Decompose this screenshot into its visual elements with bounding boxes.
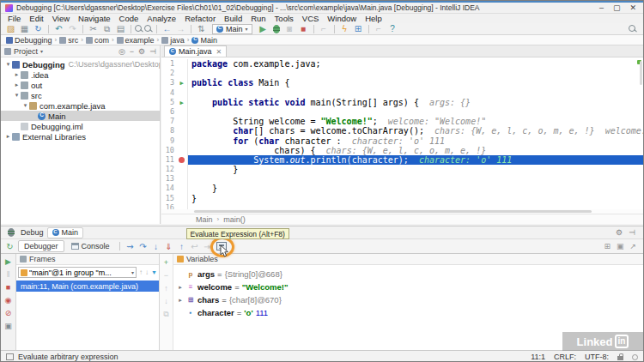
show-execution-point-icon[interactable]: ⇝ <box>125 241 137 252</box>
breadcrumb-class[interactable]: Main <box>196 215 213 224</box>
breadcrumb-src[interactable]: src <box>59 36 78 45</box>
breadcrumb-debugging[interactable]: Debugging <box>6 36 52 45</box>
tree-chevron-icon[interactable]: ▸ <box>13 71 21 78</box>
project-structure-icon[interactable]: ⊞ <box>352 23 365 34</box>
sync-icon[interactable]: ↻ <box>32 23 45 34</box>
tree-item-out[interactable]: ▸out <box>1 80 160 90</box>
sort-lines-icon[interactable]: ⇅ <box>195 23 208 34</box>
code-line-1[interactable]: 1package com.example.java; <box>161 59 643 69</box>
search-everywhere-icon[interactable] <box>629 25 637 33</box>
code-line-9[interactable]: 9 for (char character : character: 'o' 1… <box>161 136 643 146</box>
tree-chevron-icon[interactable]: ▾ <box>21 102 29 109</box>
drop-frame-icon[interactable]: ↩ <box>189 241 201 252</box>
hide-panel-icon[interactable]: ⊣ <box>629 228 635 237</box>
paste-icon[interactable]: ▤ <box>114 23 127 34</box>
tree-chevron-icon[interactable]: ▸ <box>13 81 21 88</box>
code-line-16[interactable]: 16 <box>161 203 643 209</box>
open-icon[interactable]: ▨ <box>4 23 17 34</box>
run-method-icon[interactable]: ▶ <box>179 100 183 106</box>
rerun-button[interactable]: ↻ <box>3 241 16 252</box>
pause-program-icon[interactable]: ‖ <box>7 269 10 280</box>
pin-tab-icon[interactable]: ↗ <box>629 242 636 250</box>
gutter-cell[interactable] <box>176 203 188 209</box>
code-line-12[interactable]: 12 } <box>161 165 643 174</box>
expand-chevron-icon[interactable]: ▸ <box>177 284 184 291</box>
breakpoint-icon[interactable] <box>179 157 185 163</box>
hide-panel-icon[interactable]: ⊣ <box>149 47 156 56</box>
remove-watch-icon[interactable]: − <box>164 271 168 280</box>
breadcrumb-main[interactable]: Main <box>191 36 217 45</box>
move-watch-down-icon[interactable]: ↓ <box>164 297 168 305</box>
editor-horizontal-scrollbar[interactable] <box>161 209 643 214</box>
code-line-11[interactable]: 11 System.out.println(character); charac… <box>161 155 643 165</box>
run-config-select[interactable]: Main▾ <box>212 24 252 34</box>
gutter-cell[interactable] <box>176 88 188 98</box>
resume-program-icon[interactable]: ▶ <box>5 256 11 267</box>
tree-item-com.example.java[interactable]: ▾com.example.java <box>1 100 160 111</box>
menu-file[interactable]: File <box>3 14 25 23</box>
attach-profiler-icon[interactable]: ⌐ <box>318 23 331 34</box>
gutter-cell[interactable] <box>176 107 188 117</box>
move-watch-up-icon[interactable]: ↑ <box>164 284 168 293</box>
tree-item-src[interactable]: ▾src <box>1 90 160 100</box>
run-with-coverage-icon[interactable]: ◙ <box>283 23 296 34</box>
menu-run[interactable]: Run <box>246 14 270 23</box>
gutter-cell[interactable]: ▶ <box>176 98 188 107</box>
gutter-cell[interactable] <box>176 146 188 155</box>
view-breakpoints-icon[interactable]: ◉ <box>5 295 12 305</box>
tree-item-.idea[interactable]: ▸.idea <box>1 69 160 80</box>
gutter-cell[interactable] <box>176 194 188 203</box>
menu-code[interactable]: Code <box>115 14 143 23</box>
gutter-cell[interactable] <box>176 126 188 136</box>
scrollbar-thumb[interactable] <box>194 210 592 213</box>
code-line-2[interactable]: 2 <box>161 69 643 78</box>
breadcrumb-com[interactable]: com <box>86 36 109 45</box>
tree-item-main[interactable]: Main <box>1 111 160 121</box>
thread-dump-icon[interactable]: ▣ <box>4 321 12 331</box>
find-icon[interactable] <box>135 25 143 33</box>
tree-item-debugging.iml[interactable]: Debugging.iml <box>1 121 160 131</box>
gutter-cell[interactable] <box>176 136 188 146</box>
code-line-6[interactable]: 6 <box>161 107 643 117</box>
menu-vcs[interactable]: VCS <box>298 14 324 23</box>
run-icon[interactable]: ▶ <box>257 23 270 34</box>
thread-selector[interactable]: "main"@1 in group "m... ▾ <box>18 267 137 278</box>
gutter-cell[interactable] <box>176 165 188 174</box>
tree-chevron-icon[interactable]: ▾ <box>13 92 21 99</box>
gutter-cell[interactable] <box>176 184 188 193</box>
force-step-into-icon[interactable]: ⇓ <box>163 241 175 252</box>
duplicate-watch-icon[interactable]: ⧉ <box>163 310 168 319</box>
step-into-icon[interactable]: ↓ <box>150 241 162 252</box>
breadcrumb-method[interactable]: main() <box>223 215 246 224</box>
selected-frame-row[interactable]: main:11, Main (com.example.java) <box>16 281 159 292</box>
settings-gear-icon[interactable]: ⚙ <box>616 228 623 237</box>
tab-console[interactable]: Console <box>66 240 115 252</box>
disabled-tool-icon[interactable]: ⌐ <box>373 23 386 34</box>
code-line-8[interactable]: 8 char[] chars = welcome.toCharArray(); … <box>161 126 643 136</box>
maximize-button[interactable]: ▢ <box>613 3 621 12</box>
replace-icon[interactable] <box>144 25 153 33</box>
code-line-5[interactable]: 5▶ public static void main(String[] args… <box>161 98 643 107</box>
gutter-cell[interactable] <box>176 69 188 78</box>
locate-file-icon[interactable]: ◎ <box>118 47 125 56</box>
variable-row-chars[interactable]: ▸⊞chars = {char[8]@670} <box>173 293 643 306</box>
new-watch-icon[interactable]: + <box>164 258 168 267</box>
step-over-icon[interactable]: ↷ <box>137 241 149 252</box>
code-line-14[interactable]: 14 } <box>161 184 643 193</box>
next-frame-icon[interactable]: ↓ <box>145 268 149 276</box>
tab-debugger[interactable]: Debugger <box>18 240 64 252</box>
forward-icon[interactable]: → <box>174 23 187 34</box>
help-icon[interactable]: ? <box>386 23 399 34</box>
gutter-cell[interactable]: ▶ <box>176 78 188 87</box>
menu-view[interactable]: View <box>48 14 74 23</box>
caret-position[interactable]: 11:1 <box>531 353 545 361</box>
save-all-icon[interactable]: ▦ <box>18 23 31 34</box>
run-method-icon[interactable]: ▶ <box>179 80 183 87</box>
menu-navigate[interactable]: Navigate <box>74 14 115 23</box>
settings-gear-icon[interactable]: ⚙ <box>138 47 145 56</box>
variable-row-welcome[interactable]: ▸≡welcome = "Welcome!" <box>173 281 643 293</box>
debug-window-title[interactable]: Debug <box>21 228 44 237</box>
gutter-cell[interactable] <box>176 59 188 69</box>
previous-frame-icon[interactable]: ↑ <box>139 268 143 276</box>
menu-tools[interactable]: Tools <box>270 14 298 23</box>
